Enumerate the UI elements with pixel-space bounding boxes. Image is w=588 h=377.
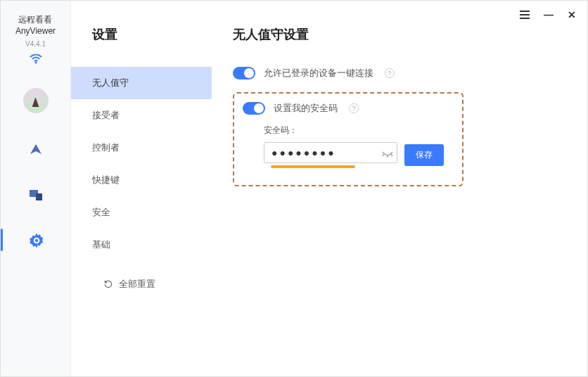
help-icon[interactable]: ? [349, 103, 359, 113]
svg-line-7 [391, 154, 392, 156]
allow-one-click-toggle[interactable] [233, 67, 255, 79]
sidebar-nav [27, 141, 44, 376]
reset-icon [103, 279, 113, 289]
svg-point-0 [34, 62, 37, 64]
nav-item-hotkey[interactable]: 快捷键 [71, 164, 212, 196]
wifi-icon [30, 54, 42, 67]
help-icon[interactable]: ? [385, 68, 395, 78]
svg-point-4 [34, 239, 37, 242]
page-title: 无人值守设置 [233, 26, 587, 43]
settings-title: 设置 [92, 26, 212, 43]
security-code-box: 设置我的安全码 ? 安全码： 保存 [233, 92, 464, 186]
security-code-input[interactable] [264, 142, 397, 163]
password-strength-bar [271, 165, 355, 168]
gear-icon[interactable] [27, 231, 44, 248]
nav-item-recipient[interactable]: 接受者 [71, 99, 212, 132]
menu-icon[interactable] [520, 11, 530, 19]
triangle-icon[interactable] [27, 141, 44, 158]
window-controls: — ✕ [520, 9, 576, 20]
nav-item-controller[interactable]: 控制者 [71, 132, 212, 164]
eye-icon[interactable] [382, 151, 393, 160]
sidebar: 远程看看 AnyViewer V4.4.1 [1, 1, 71, 376]
devices-icon[interactable] [27, 186, 44, 203]
main-content: 无人值守设置 允许已登录的设备一键连接 ? 设置我的安全码 ? 安全码： [212, 1, 587, 376]
nav-item-unattended[interactable]: 无人值守 [71, 67, 212, 99]
close-button[interactable]: ✕ [568, 9, 576, 20]
security-code-toggle[interactable] [243, 102, 265, 115]
reset-label: 全部重置 [119, 278, 155, 290]
security-code-subgroup: 安全码： 保存 [264, 124, 454, 168]
app-version: V4.4.1 [15, 39, 56, 49]
nav-item-security[interactable]: 安全 [71, 196, 212, 229]
app-name-line1: 远程看看 [15, 15, 56, 26]
allow-one-click-label: 允许已登录的设备一键连接 [264, 67, 373, 79]
svg-line-5 [383, 154, 384, 156]
allow-one-click-row: 允许已登录的设备一键连接 ? [233, 67, 587, 79]
settings-nav-items: 无人值守 接受者 控制者 快捷键 安全 基础 全部重置 [92, 67, 212, 300]
app-name-line2: AnyViewer [15, 26, 56, 37]
password-wrap [264, 142, 397, 168]
settings-nav-panel: 设置 无人值守 接受者 控制者 快捷键 安全 基础 全部重置 [71, 1, 212, 376]
save-button[interactable]: 保存 [404, 144, 444, 166]
svg-rect-2 [36, 193, 42, 200]
security-code-row: 设置我的安全码 ? [243, 102, 454, 115]
security-code-label: 设置我的安全码 [274, 102, 338, 115]
avatar[interactable] [23, 88, 49, 113]
minimize-button[interactable]: — [544, 9, 554, 20]
security-code-field-label: 安全码： [264, 124, 454, 136]
nav-item-basic[interactable]: 基础 [71, 229, 212, 261]
reset-all-button[interactable]: 全部重置 [92, 268, 212, 300]
security-code-field-row: 保存 [264, 142, 454, 168]
app-logo: 远程看看 AnyViewer V4.4.1 [15, 15, 56, 49]
